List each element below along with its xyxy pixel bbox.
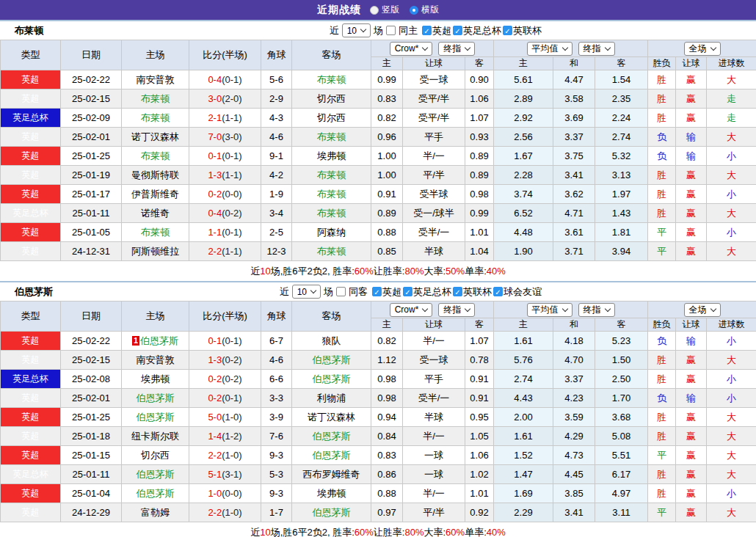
league-badge: 英超: [1, 332, 61, 351]
league-filter[interactable]: ✓英足总杯: [403, 285, 451, 299]
fulltime-score: 2-1: [208, 112, 222, 123]
handicap-line: 受半/一: [403, 223, 465, 242]
result-goals: 大: [707, 351, 756, 370]
col-result-line: 让球: [676, 57, 707, 70]
odds-company-select[interactable]: Crow*: [390, 42, 433, 56]
away-team: 埃弗顿: [292, 484, 371, 503]
away-team: 布莱顿: [292, 185, 371, 204]
league-badge: 英足总杯: [1, 465, 61, 484]
away-team-name: 伯恩茅斯: [313, 373, 351, 384]
radio-label: 横版: [421, 4, 439, 16]
home-team: 布莱顿: [122, 109, 189, 128]
col-odds-line: 让球: [403, 318, 465, 332]
odds-company-select[interactable]: Crow*: [390, 303, 433, 317]
section-bar: 伯恩茅斯 近 10 场 同客 ✓英超✓英足总杯✓英联杯✓球会友谊: [0, 281, 756, 301]
avg-away-odds: 1.54: [595, 70, 648, 90]
col-date: 日期: [61, 40, 122, 70]
chevron-down-icon: [604, 305, 610, 311]
match-date: 25-02-01: [61, 128, 122, 147]
chevron-down-icon: [561, 44, 567, 50]
result-wdl: 胜: [648, 408, 676, 427]
halftime-score: (1-0): [222, 450, 241, 461]
scope-select[interactable]: 全场: [684, 42, 721, 56]
scope-select[interactable]: 全场: [684, 303, 721, 317]
home-team: 伯恩茅斯: [122, 465, 189, 484]
result-goals: 大: [707, 446, 756, 465]
layout-radio[interactable]: 竖版: [370, 4, 399, 16]
summary-text: 单率:: [465, 265, 487, 278]
table-row: 英足总杯25-01-11诺维奇0-4(0-2)3-4布莱顿0.89受一/球半0.…: [1, 204, 756, 223]
fulltime-score: 5-0: [208, 412, 222, 423]
handicap-odds-home: 0.89: [371, 204, 403, 223]
layout-radio[interactable]: 横版: [410, 4, 439, 16]
match-count-select[interactable]: 10: [342, 23, 371, 37]
league-filter[interactable]: ✓英超: [372, 285, 401, 299]
home-team: 1伯恩茅斯: [122, 332, 189, 351]
home-team: 伯恩茅斯: [122, 484, 189, 503]
handicap-line: 半球: [403, 408, 465, 427]
summary-text: 40%: [487, 527, 506, 537]
away-team-name: 布莱顿: [317, 74, 346, 85]
home-team-name: 诺维奇: [141, 208, 170, 219]
handicap-odds-away: 0.91: [465, 389, 494, 408]
handicap-line: 受一/球半: [403, 204, 465, 223]
avg-period-select[interactable]: 终指: [578, 42, 615, 56]
avg-away-odds: 3.94: [595, 242, 648, 261]
halftime-score: (0-1): [222, 335, 241, 346]
col-odds-line: 让球: [403, 57, 465, 70]
handicap-odds-home: 0.85: [371, 242, 403, 261]
col-result-line: 让球: [676, 318, 707, 332]
avg-away-odds: 5.23: [595, 332, 648, 351]
league-filter[interactable]: ✓球会友谊: [493, 285, 542, 299]
col-type: 类型: [1, 40, 61, 70]
corners: 3-9: [261, 408, 292, 427]
league-filters: ✓英超✓英足总杯✓英联杯: [421, 24, 542, 37]
league-filter[interactable]: ✓英联杯: [503, 24, 542, 37]
avg-period-select[interactable]: 终指: [578, 303, 615, 317]
home-team-name: 伯恩茅斯: [137, 488, 175, 499]
chevron-down-icon: [422, 305, 428, 311]
home-team: 切尔西: [122, 446, 189, 465]
result-wdl: 负: [648, 147, 676, 166]
avg-away-odds: 5.08: [595, 427, 648, 446]
odds-period-select[interactable]: 终指: [438, 303, 475, 317]
home-team: 富勒姆: [122, 503, 189, 522]
corners: 6-6: [261, 370, 292, 389]
same-venue-checkbox[interactable]: [336, 287, 346, 296]
result-goals: 小: [707, 185, 756, 204]
avg-away-odds: 1.43: [595, 204, 648, 223]
score: 0-1(0-1): [189, 147, 261, 166]
home-team-name: 南安普敦: [137, 354, 175, 365]
league-filter[interactable]: ✓英联杯: [453, 285, 492, 299]
home-team: 伯恩茅斯: [122, 408, 189, 427]
fulltime-score: 0-1: [208, 335, 222, 346]
league-badge: 英超: [1, 147, 61, 166]
league-filter-label: 英超: [432, 24, 451, 37]
fulltime-score: 0-2: [208, 373, 222, 384]
matches-table: 类型 日期 主场 比分(半场) 角球 客场 Crow* 终指 平均值 终指 全场: [0, 301, 756, 522]
handicap-odds-away: 1.01: [465, 223, 494, 242]
away-team-name: 西布罗姆维奇: [303, 469, 360, 480]
col-result-goals: 进球数: [707, 57, 756, 70]
league-filter[interactable]: ✓英超: [422, 24, 451, 37]
fulltime-score: 0-2: [208, 189, 222, 200]
league-filter[interactable]: ✓英足总杯: [453, 24, 501, 37]
avg-odds-select[interactable]: 平均值: [527, 42, 573, 56]
match-count-select[interactable]: 10: [292, 285, 321, 299]
handicap-odds-home: 0.86: [371, 465, 403, 484]
col-result-goals: 进球数: [707, 318, 756, 332]
result-goals: 大: [707, 427, 756, 446]
league-filter-label: 英超: [382, 285, 401, 299]
result-goals: 大: [707, 408, 756, 427]
corners: 7-6: [261, 427, 292, 446]
avg-odds-select[interactable]: 平均值: [527, 303, 573, 317]
away-team: 西布罗姆维奇: [292, 465, 371, 484]
away-team: 布莱顿: [292, 70, 371, 90]
home-team: 布莱顿: [122, 147, 189, 166]
summary-text: 让胜率:: [374, 265, 405, 278]
filter-prefix-label: 近: [280, 285, 289, 299]
home-team-name: 布莱顿: [141, 112, 170, 123]
odds-period-select[interactable]: 终指: [438, 42, 475, 56]
same-venue-checkbox[interactable]: [386, 26, 396, 35]
result-goals: 大: [707, 128, 756, 147]
